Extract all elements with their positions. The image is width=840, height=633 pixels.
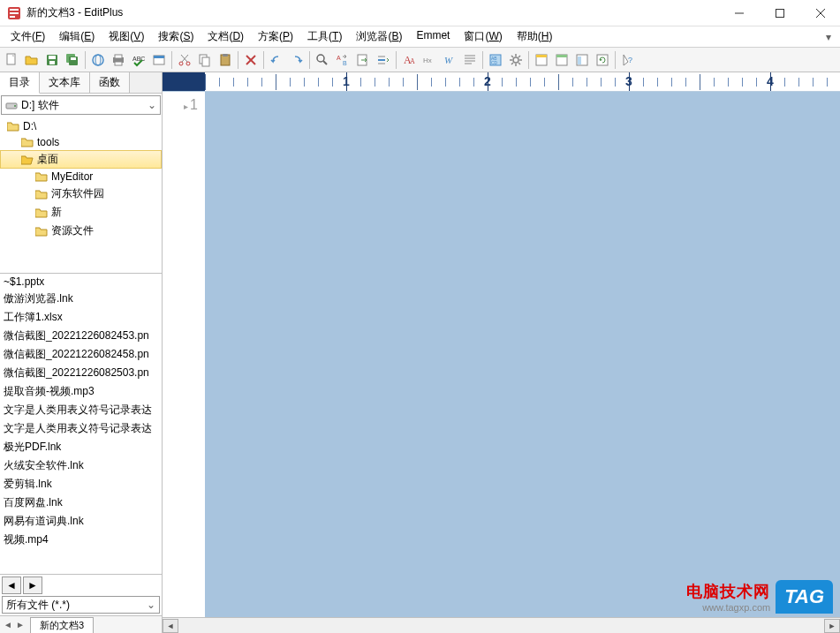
file-item[interactable]: 微信截图_20221226082453.pn [0, 327, 162, 345]
scroll-left-button[interactable]: ◄ [163, 619, 178, 633]
copy-button[interactable] [195, 50, 215, 70]
file-item[interactable]: 工作簿1.xlsx [0, 308, 162, 327]
text-editor[interactable] [205, 92, 840, 617]
svg-rect-30 [223, 54, 228, 57]
file-list: ~$1.pptx傲游浏览器.lnk工作簿1.xlsx微信截图_202212260… [0, 274, 162, 575]
hex-button[interactable]: Hx [420, 50, 439, 70]
new-file-button[interactable] [2, 50, 21, 70]
horizontal-scrollbar[interactable]: ◄ ► [163, 617, 840, 633]
folder-icon [35, 207, 48, 218]
file-item[interactable]: 文字是人类用表义符号记录表达 [0, 401, 162, 419]
minimize-button[interactable] [727, 4, 752, 22]
undo-button[interactable] [267, 50, 286, 70]
browser2-button[interactable] [552, 50, 571, 70]
find-button[interactable] [313, 50, 332, 70]
tree-item[interactable]: MyEditor [0, 169, 162, 185]
svg-point-33 [317, 55, 324, 62]
font-button[interactable]: AA [399, 50, 419, 70]
file-item[interactable]: 极光PDF.lnk [0, 438, 162, 456]
columns-button[interactable]: ABCD [486, 50, 505, 70]
tree-item[interactable]: 资源文件 [0, 222, 162, 240]
delete-button[interactable] [241, 50, 261, 70]
app-icon [7, 6, 21, 20]
file-item[interactable]: 爱剪辑.lnk [0, 475, 162, 494]
menu-工具[interactable]: 工具(T) [300, 27, 349, 46]
redo-button[interactable] [287, 50, 306, 70]
svg-rect-3 [10, 16, 15, 18]
tree-item[interactable]: 桌面 [0, 150, 162, 169]
goto-line-button[interactable] [374, 50, 393, 70]
menu-窗口[interactable]: 窗口(W) [457, 27, 509, 46]
menu-帮助[interactable]: 帮助(H) [510, 27, 560, 46]
tab-next-button[interactable]: ► [14, 618, 26, 632]
editor-area: 1234 ▸1 ◄ ► 电脑技术网 www.tagxp.com TAG [163, 72, 840, 633]
refresh-button[interactable] [593, 50, 612, 70]
help-button[interactable]: ? [618, 50, 638, 70]
menu-编辑[interactable]: 编辑(E) [52, 27, 102, 46]
document-tab[interactable]: 新的文档3 [30, 617, 94, 633]
menu-视图[interactable]: 视图(V) [102, 27, 151, 46]
drive-selector[interactable]: D:] 软件 ⌄ [1, 95, 161, 115]
file-item[interactable]: 提取音频-视频.mp3 [0, 382, 162, 401]
wordwrap-button[interactable]: W [440, 50, 459, 70]
fullscreen-button[interactable] [460, 50, 480, 70]
menu-搜索[interactable]: 搜索(S) [151, 27, 201, 46]
folder-icon [7, 121, 19, 132]
menu-Emmet[interactable]: Emmet [409, 27, 457, 46]
menu-方案[interactable]: 方案(P) [251, 27, 300, 46]
file-item[interactable]: 火绒安全软件.lnk [0, 456, 162, 475]
svg-text:?: ? [628, 56, 632, 64]
svg-line-59 [511, 63, 513, 64]
nav-forward-button[interactable]: ► [23, 576, 42, 594]
html-toolbar-button[interactable] [149, 50, 169, 70]
settings-button[interactable] [506, 50, 526, 70]
tree-item[interactable]: 新 [0, 203, 162, 222]
browser1-button[interactable] [532, 50, 551, 70]
folder-icon [21, 137, 34, 147]
file-item[interactable]: 微信截图_20221226082503.pn [0, 364, 162, 382]
svg-point-23 [179, 62, 183, 65]
maximize-button[interactable] [768, 4, 792, 22]
file-item[interactable]: 文字是人类用表义符号记录表达 [0, 419, 162, 438]
window-title: 新的文档3 - EditPlus [26, 5, 727, 20]
file-item[interactable]: 百度网盘.lnk [0, 494, 162, 512]
scroll-right-button[interactable]: ► [824, 619, 840, 633]
ftp-button[interactable] [88, 50, 108, 70]
close-button[interactable] [808, 4, 833, 22]
tab-cliptext[interactable]: 文本库 [40, 72, 90, 93]
cut-button[interactable] [175, 50, 194, 70]
menubar: 文件(F)编辑(E)视图(V)搜索(S)文档(D)方案(P)工具(T)浏览器(B… [0, 26, 840, 48]
file-item[interactable]: 微信截图_20221226082458.pn [0, 345, 162, 364]
save-button[interactable] [42, 50, 62, 70]
open-file-button[interactable] [22, 50, 42, 70]
menu-浏览器[interactable]: 浏览器(B) [349, 27, 409, 46]
file-item[interactable]: ~$1.pptx [0, 274, 162, 290]
menu-文档[interactable]: 文档(D) [201, 27, 251, 46]
tree-item[interactable]: D:\ [0, 118, 162, 134]
print-button[interactable] [109, 50, 128, 70]
tab-directory[interactable]: 目录 [0, 72, 40, 94]
svg-line-57 [511, 56, 513, 57]
spell-check-button[interactable]: ABC [129, 50, 148, 70]
paste-button[interactable] [216, 50, 235, 70]
file-item[interactable]: 网易有道词典.lnk [0, 512, 162, 531]
tab-functions[interactable]: 函数 [90, 72, 130, 93]
nav-back-button[interactable]: ◄ [2, 576, 21, 594]
menu-overflow-icon[interactable]: ▾ [821, 31, 836, 43]
svg-text:B: B [343, 60, 347, 66]
file-item[interactable]: 傲游浏览器.lnk [0, 290, 162, 308]
tree-item[interactable]: 河东软件园 [0, 185, 162, 203]
tab-prev-button[interactable]: ◄ [2, 618, 14, 632]
tree-item[interactable]: tools [0, 134, 162, 150]
menu-文件[interactable]: 文件(F) [4, 27, 52, 46]
file-filter-selector[interactable]: 所有文件 (*.*) ⌄ [2, 596, 160, 614]
goto-button[interactable] [353, 50, 373, 70]
svg-rect-2 [10, 12, 19, 14]
svg-point-15 [93, 55, 103, 65]
file-item[interactable]: 视频.mp4 [0, 531, 162, 549]
save-all-button[interactable] [63, 50, 82, 70]
sidebar: 目录 文本库 函数 D:] 软件 ⌄ D:\tools桌面MyEditor河东软… [0, 72, 163, 633]
explorer-button[interactable] [572, 50, 592, 70]
replace-button[interactable]: AB [333, 50, 352, 70]
svg-line-34 [323, 61, 327, 64]
